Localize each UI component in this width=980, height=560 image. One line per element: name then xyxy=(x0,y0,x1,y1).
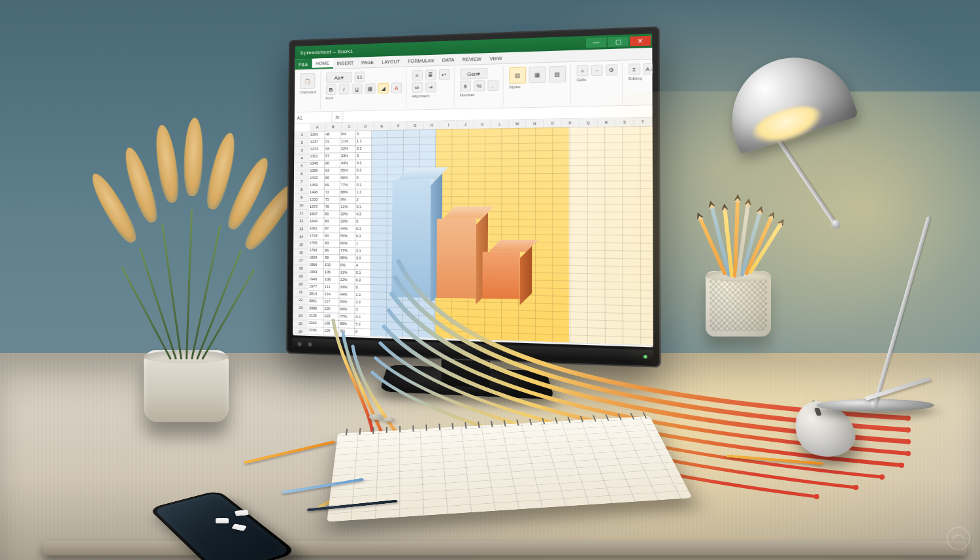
cell[interactable]: 0.2 xyxy=(355,233,371,240)
cell[interactable]: 57 xyxy=(325,152,340,159)
cell[interactable]: 0% xyxy=(340,261,355,269)
row-header[interactable]: 9 xyxy=(294,194,310,202)
column-header[interactable]: O xyxy=(544,119,561,127)
cell[interactable]: 1533 xyxy=(309,196,325,203)
cell[interactable]: 1718 xyxy=(309,232,325,239)
cell[interactable]: 3.1 xyxy=(355,203,371,210)
cell[interactable]: 1.2 xyxy=(356,189,372,196)
spreadsheet-grid[interactable]: ABCDEFGHIJKLMNOPQRST 1234567891011121314… xyxy=(293,118,653,345)
cell[interactable]: 77% xyxy=(340,182,356,189)
bold-icon[interactable]: B xyxy=(326,84,336,95)
cell[interactable]: 3 xyxy=(355,306,370,314)
font-color-icon[interactable]: A xyxy=(391,82,402,93)
cell[interactable]: 1977 xyxy=(308,283,324,291)
cell[interactable]: 1940 xyxy=(308,276,324,284)
row-header[interactable]: 16 xyxy=(293,249,309,257)
cell[interactable]: 63 xyxy=(325,167,340,174)
cell[interactable]: 2014 xyxy=(308,290,324,298)
cell[interactable]: 1866 xyxy=(308,261,324,269)
wrap-text-icon[interactable]: ↩ xyxy=(439,69,450,80)
cell[interactable]: 22% xyxy=(340,276,355,284)
fill-color-icon[interactable]: ◢ xyxy=(378,83,388,94)
column-header[interactable]: E xyxy=(374,122,390,131)
conditional-format-icon[interactable]: ▤ xyxy=(509,67,526,84)
row-header[interactable]: 21 xyxy=(293,289,308,297)
cell[interactable]: 66% xyxy=(340,240,355,247)
cell[interactable]: 69 xyxy=(325,182,340,189)
cell[interactable]: 54 xyxy=(325,145,340,152)
cell[interactable]: 1.1 xyxy=(356,137,372,144)
cell[interactable]: 3.2 xyxy=(355,255,371,263)
row-header[interactable]: 25 xyxy=(293,320,308,329)
cell[interactable]: 55% xyxy=(340,233,355,240)
column-header[interactable]: K xyxy=(474,120,491,129)
ribbon-tab-formulas[interactable]: FORMULAS xyxy=(404,55,438,67)
ribbon-tab-review[interactable]: REVIEW xyxy=(458,53,485,65)
cell[interactable]: 1644 xyxy=(309,218,325,225)
row-header[interactable]: 14 xyxy=(293,233,309,241)
cell[interactable]: 22% xyxy=(340,145,356,152)
cell[interactable]: 102 xyxy=(324,261,340,269)
cell[interactable]: 1 xyxy=(355,240,371,247)
cell[interactable]: 1.1 xyxy=(355,291,371,299)
row-header[interactable]: 20 xyxy=(293,280,309,289)
cell[interactable]: 72 xyxy=(325,189,340,196)
row-header[interactable]: 19 xyxy=(293,272,309,281)
column-header[interactable]: H xyxy=(423,121,440,129)
cell[interactable]: 117 xyxy=(324,298,340,306)
column-header[interactable]: C xyxy=(342,122,358,131)
cell[interactable]: 1200 xyxy=(310,131,325,138)
cell[interactable]: 66% xyxy=(339,306,355,314)
column-header[interactable]: R xyxy=(598,118,616,127)
row-header[interactable]: 17 xyxy=(293,257,309,265)
cell[interactable]: 1459 xyxy=(309,182,325,189)
cell[interactable]: 4.2 xyxy=(355,210,371,218)
row-header[interactable]: 12 xyxy=(293,218,309,225)
row-header[interactable]: 11 xyxy=(293,210,309,218)
cell[interactable]: 1903 xyxy=(308,269,324,276)
cell[interactable]: 120 xyxy=(323,305,339,313)
row-header[interactable]: 10 xyxy=(294,202,310,210)
sort-filter-icon[interactable]: A↓ xyxy=(643,63,653,75)
file-tab[interactable]: FILE xyxy=(295,59,312,70)
column-header[interactable]: Q xyxy=(580,118,598,127)
cell[interactable]: 108 xyxy=(324,276,340,284)
cell[interactable]: 88% xyxy=(340,189,356,196)
cell[interactable]: 0 xyxy=(355,284,371,291)
cell[interactable]: 84 xyxy=(324,218,340,225)
cell[interactable]: 2088 xyxy=(308,305,324,312)
delete-cells-icon[interactable]: － xyxy=(591,65,603,76)
font-size-select[interactable]: 11 xyxy=(354,71,365,82)
cell[interactable]: 1237 xyxy=(310,138,325,145)
window-maximize-button[interactable]: ▢ xyxy=(608,37,629,47)
cell[interactable]: 5.1 xyxy=(355,269,371,277)
cell[interactable]: 22% xyxy=(340,210,355,218)
cell[interactable]: 1422 xyxy=(309,174,325,182)
percent-icon[interactable]: % xyxy=(474,80,485,91)
cell[interactable]: 2 xyxy=(355,196,371,203)
cell[interactable]: 87 xyxy=(324,225,340,232)
cell[interactable]: 33% xyxy=(340,152,356,159)
row-header[interactable]: 15 xyxy=(293,241,309,249)
row-header[interactable]: 13 xyxy=(293,225,309,233)
cell[interactable]: 1496 xyxy=(309,189,325,196)
cell[interactable]: 2162 xyxy=(308,320,324,327)
window-close-button[interactable]: ✕ xyxy=(630,36,651,46)
cell[interactable]: 93 xyxy=(324,240,340,247)
cell[interactable]: 44% xyxy=(340,291,355,299)
ribbon-tab-view[interactable]: VIEW xyxy=(485,52,506,64)
row-header[interactable]: 3 xyxy=(294,147,310,155)
cell[interactable]: 48 xyxy=(325,131,340,138)
cell[interactable]: 6 xyxy=(356,174,372,181)
row-header[interactable]: 23 xyxy=(293,305,308,313)
cell[interactable]: 111 xyxy=(324,283,340,291)
column-header[interactable]: J xyxy=(457,120,474,129)
column-header[interactable]: M xyxy=(509,120,527,128)
cell[interactable]: 88% xyxy=(340,254,355,262)
cell[interactable]: 2125 xyxy=(308,312,324,320)
row-header[interactable]: 7 xyxy=(294,178,310,186)
cell[interactable]: 5 xyxy=(355,218,371,225)
cell[interactable]: 0% xyxy=(339,327,355,335)
column-header[interactable]: F xyxy=(391,122,407,130)
cell[interactable]: 1755 xyxy=(309,239,325,246)
